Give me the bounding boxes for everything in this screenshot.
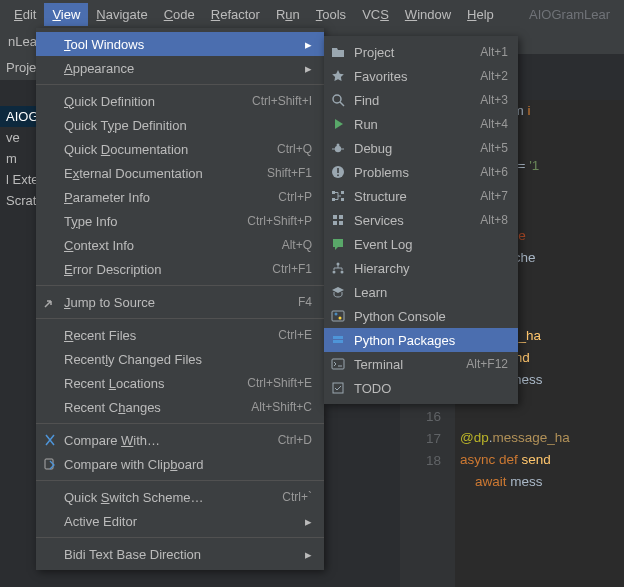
menu-item-label: Error Description bbox=[64, 262, 272, 277]
menu-item-external-documentation[interactable]: External DocumentationShift+F1 bbox=[36, 161, 324, 185]
packages-icon bbox=[330, 332, 346, 348]
menu-item-parameter-info[interactable]: Parameter InfoCtrl+P bbox=[36, 185, 324, 209]
menu-separator bbox=[36, 285, 324, 286]
menu-item-recent-changes[interactable]: Recent ChangesAlt+Shift+C bbox=[36, 395, 324, 419]
tool-window-find[interactable]: FindAlt+3 bbox=[324, 88, 518, 112]
tool-window-python-packages[interactable]: Python Packages bbox=[324, 328, 518, 352]
tool-window-python-console[interactable]: Python Console bbox=[324, 304, 518, 328]
tool-window-structure[interactable]: StructureAlt+7 bbox=[324, 184, 518, 208]
shortcut-label: Alt+5 bbox=[480, 141, 508, 155]
menu-navigate[interactable]: Navigate bbox=[88, 3, 155, 26]
menu-item-quick-definition[interactable]: Quick DefinitionCtrl+Shift+I bbox=[36, 89, 324, 113]
menu-code[interactable]: Code bbox=[156, 3, 203, 26]
tool-window-label: Learn bbox=[354, 285, 508, 300]
jump-icon bbox=[42, 294, 58, 310]
svg-rect-13 bbox=[341, 198, 344, 201]
menu-help[interactable]: Help bbox=[459, 3, 502, 26]
clipdiff-icon bbox=[42, 456, 58, 472]
shortcut-label: Alt+F12 bbox=[466, 357, 508, 371]
shortcut-label: Alt+Shift+C bbox=[251, 400, 312, 414]
tool-window-services[interactable]: ServicesAlt+8 bbox=[324, 208, 518, 232]
svg-point-20 bbox=[341, 271, 344, 274]
menu-item-context-info[interactable]: Context InfoAlt+Q bbox=[36, 233, 324, 257]
line-number: 16 bbox=[400, 406, 441, 428]
menu-item-quick-switch-scheme[interactable]: Quick Switch Scheme…Ctrl+` bbox=[36, 485, 324, 509]
shortcut-label: Ctrl+` bbox=[282, 490, 312, 504]
menu-vcs[interactable]: VCS bbox=[354, 3, 397, 26]
learn-icon bbox=[330, 284, 346, 300]
tool-window-learn[interactable]: Learn bbox=[324, 280, 518, 304]
svg-rect-17 bbox=[339, 221, 343, 225]
tool-window-todo[interactable]: TODO bbox=[324, 376, 518, 400]
menu-item-recent-locations[interactable]: Recent LocationsCtrl+Shift+E bbox=[36, 371, 324, 395]
menu-item-type-info[interactable]: Type InfoCtrl+Shift+P bbox=[36, 209, 324, 233]
menu-item-label: Quick Documentation bbox=[64, 142, 277, 157]
bug-icon bbox=[330, 140, 346, 156]
menu-item-appearance[interactable]: Appearance▸ bbox=[36, 56, 324, 80]
shortcut-label: Alt+6 bbox=[480, 165, 508, 179]
tool-window-problems[interactable]: ProblemsAlt+6 bbox=[324, 160, 518, 184]
tool-window-label: Favorites bbox=[354, 69, 480, 84]
run-icon bbox=[330, 116, 346, 132]
menu-item-compare-with[interactable]: Compare With…Ctrl+D bbox=[36, 428, 324, 452]
tool-window-hierarchy[interactable]: Hierarchy bbox=[324, 256, 518, 280]
shortcut-label: Ctrl+P bbox=[278, 190, 312, 204]
shortcut-label: Alt+8 bbox=[480, 213, 508, 227]
menu-refactor[interactable]: Refactor bbox=[203, 3, 268, 26]
tool-window-run[interactable]: RunAlt+4 bbox=[324, 112, 518, 136]
svg-point-4 bbox=[337, 144, 340, 147]
structure-icon bbox=[330, 188, 346, 204]
menu-item-recently-changed-files[interactable]: Recently Changed Files bbox=[36, 347, 324, 371]
menu-item-active-editor[interactable]: Active Editor▸ bbox=[36, 509, 324, 533]
menu-run[interactable]: Run bbox=[268, 3, 308, 26]
menu-item-label: Type Info bbox=[64, 214, 247, 229]
menu-separator bbox=[36, 84, 324, 85]
tool-window-label: Services bbox=[354, 213, 480, 228]
svg-rect-9 bbox=[337, 175, 339, 177]
menu-item-quick-documentation[interactable]: Quick DocumentationCtrl+Q bbox=[36, 137, 324, 161]
event-icon bbox=[330, 236, 346, 252]
menu-item-quick-type-definition[interactable]: Quick Type Definition bbox=[36, 113, 324, 137]
menu-item-bidi-text-base-direction[interactable]: Bidi Text Base Direction▸ bbox=[36, 542, 324, 566]
menu-view[interactable]: View bbox=[44, 3, 88, 26]
menu-item-error-description[interactable]: Error DescriptionCtrl+F1 bbox=[36, 257, 324, 281]
shortcut-label: Ctrl+Shift+E bbox=[247, 376, 312, 390]
hierarchy-icon bbox=[330, 260, 346, 276]
shortcut-label: Ctrl+D bbox=[278, 433, 312, 447]
svg-point-1 bbox=[333, 95, 341, 103]
tool-window-label: Debug bbox=[354, 141, 480, 156]
menu-edit[interactable]: Edit bbox=[6, 3, 44, 26]
menu-item-compare-with-clipboard[interactable]: Compare with Clipboard bbox=[36, 452, 324, 476]
submenu-arrow-icon: ▸ bbox=[305, 547, 312, 562]
menu-item-jump-to-source[interactable]: Jump to SourceF4 bbox=[36, 290, 324, 314]
menu-item-label: Tool Windows bbox=[64, 37, 299, 52]
tool-window-event-log[interactable]: Event Log bbox=[324, 232, 518, 256]
menu-tools[interactable]: Tools bbox=[308, 3, 354, 26]
svg-rect-26 bbox=[332, 359, 344, 369]
menu-item-label: Quick Switch Scheme… bbox=[64, 490, 282, 505]
submenu-arrow-icon: ▸ bbox=[305, 37, 312, 52]
svg-point-22 bbox=[335, 313, 338, 316]
menu-window[interactable]: Window bbox=[397, 3, 459, 26]
tool-window-favorites[interactable]: FavoritesAlt+2 bbox=[324, 64, 518, 88]
tool-window-project[interactable]: ProjectAlt+1 bbox=[324, 40, 518, 64]
menu-item-label: Context Info bbox=[64, 238, 282, 253]
shortcut-label: Ctrl+F1 bbox=[272, 262, 312, 276]
menu-item-recent-files[interactable]: Recent FilesCtrl+E bbox=[36, 323, 324, 347]
services-icon bbox=[330, 212, 346, 228]
shortcut-label: Alt+2 bbox=[480, 69, 508, 83]
tool-window-debug[interactable]: DebugAlt+5 bbox=[324, 136, 518, 160]
menu-item-tool-windows[interactable]: Tool Windows▸ bbox=[36, 32, 324, 56]
svg-rect-8 bbox=[337, 168, 339, 173]
svg-line-2 bbox=[340, 102, 344, 106]
tool-window-label: Structure bbox=[354, 189, 480, 204]
svg-point-19 bbox=[333, 271, 336, 274]
shortcut-label: Alt+7 bbox=[480, 189, 508, 203]
star-icon bbox=[330, 68, 346, 84]
view-menu-dropdown: Tool Windows▸Appearance▸Quick Definition… bbox=[36, 28, 324, 570]
menu-item-label: External Documentation bbox=[64, 166, 267, 181]
menu-item-label: Recent Locations bbox=[64, 376, 247, 391]
menu-item-label: Recent Changes bbox=[64, 400, 251, 415]
todo-icon bbox=[330, 380, 346, 396]
tool-window-terminal[interactable]: TerminalAlt+F12 bbox=[324, 352, 518, 376]
